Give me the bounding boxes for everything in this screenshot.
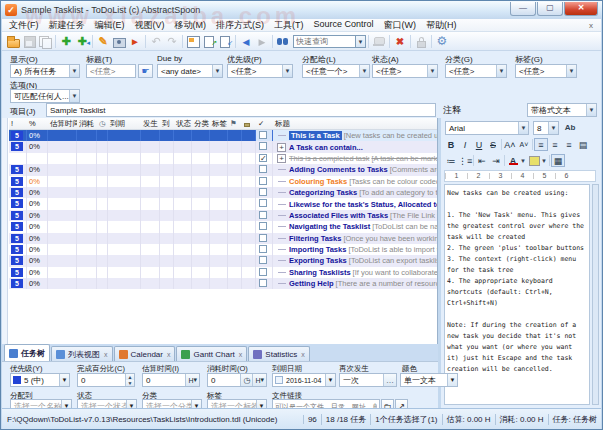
task-row[interactable]: 50%This is a Task [New tasks can be crea… xyxy=(9,130,437,141)
menu-item[interactable]: 窗口(W) xyxy=(379,19,422,32)
indent-icon[interactable]: ⇥ xyxy=(489,154,503,167)
numbered-list-icon[interactable]: ⋮≡ xyxy=(458,154,472,167)
filter-assign-combo[interactable]: <任意一个>▼ xyxy=(302,64,370,78)
undo-icon[interactable] xyxy=(148,34,164,49)
font-color-dropdown-icon[interactable]: ▼ xyxy=(520,158,527,164)
attr-color-combo2[interactable]: 单一文本 ▼ xyxy=(400,373,458,387)
attr-estimate-field[interactable]: 0 H▾ xyxy=(142,373,200,387)
font-size-combo[interactable]: 8▼ xyxy=(533,121,559,135)
column-header-lock[interactable] xyxy=(242,118,256,129)
attr-spent-field[interactable]: 0 ◷ H▾ xyxy=(207,373,267,387)
menu-item[interactable]: 视图(V) xyxy=(130,19,170,32)
tab-close-icon[interactable]: x xyxy=(104,351,108,358)
align-center-icon[interactable]: ≡ xyxy=(548,138,562,151)
quick-find-dropdown-icon[interactable]: ▼ xyxy=(355,35,366,48)
strikethrough-icon[interactable]: S xyxy=(486,138,500,151)
outdent-icon[interactable]: ⇤ xyxy=(475,154,489,167)
expand-icon[interactable] xyxy=(277,143,286,152)
font-dialog-button[interactable] xyxy=(563,121,577,134)
new-task-icon[interactable] xyxy=(58,34,74,49)
task-row[interactable]: 50%A Task can contain... xyxy=(9,141,437,152)
column-header-occur[interactable]: 发生 xyxy=(141,118,160,129)
menu-item[interactable]: 工具(T) xyxy=(269,19,309,32)
italic-icon[interactable]: I xyxy=(458,138,472,151)
menu-item[interactable]: Source Control xyxy=(309,19,379,32)
column-header-category[interactable]: 分类 xyxy=(192,118,210,129)
column-header-flag[interactable]: ⚑ xyxy=(228,118,242,129)
time-track-clock-icon[interactable]: ◷ xyxy=(240,374,252,386)
column-header-clock[interactable]: ◷ xyxy=(97,118,108,129)
align-right-icon[interactable]: ≡ xyxy=(562,138,576,151)
column-header-estimate[interactable]: 估算时间 xyxy=(48,118,77,129)
column-header-title[interactable]: 标题 xyxy=(273,118,437,129)
task-row[interactable]: 50%Categorizing Tasks [To add an categor… xyxy=(9,187,437,198)
task-row[interactable]: 50%Likewise for the task's Status, Alloc… xyxy=(9,198,437,209)
prev-task-icon[interactable] xyxy=(238,34,254,49)
task-row[interactable]: This is a completed task [A task can be … xyxy=(9,153,437,164)
comments-format-combo[interactable]: 带格式文本▼ xyxy=(527,103,597,117)
expand-icon[interactable] xyxy=(277,154,286,163)
attr-due-date[interactable]: 2016-11-04 ▼ xyxy=(272,373,336,387)
quick-find-input[interactable] xyxy=(293,35,355,48)
attr-percent-spinner[interactable]: 0 ▲▼ xyxy=(77,373,135,387)
column-header-spent[interactable]: 消耗 xyxy=(77,118,97,129)
font-name-combo[interactable]: Arial▼ xyxy=(445,121,529,135)
tab-close-icon[interactable]: x xyxy=(301,351,305,358)
tab-close-icon[interactable]: x xyxy=(239,351,243,358)
title-filter-options-button[interactable]: ☛ xyxy=(138,64,153,78)
filter-due-combo[interactable]: <any date>▼ xyxy=(157,64,223,78)
menu-item[interactable]: 编辑(E) xyxy=(90,19,130,32)
column-header-percent[interactable]: % xyxy=(27,118,48,129)
reminder-icon[interactable] xyxy=(127,34,143,49)
color-picker-icon[interactable] xyxy=(111,34,127,49)
task-row[interactable]: 50%Colouring Tasks [Tasks can be colour … xyxy=(9,176,437,187)
column-header-due[interactable]: 到期 xyxy=(108,118,141,129)
task-checkbox[interactable] xyxy=(259,222,267,230)
tab-任务树[interactable]: 任务树 xyxy=(4,344,50,361)
menu-item[interactable]: 文件(F) xyxy=(4,19,44,32)
align-justify-icon[interactable]: ▤ xyxy=(576,138,590,151)
task-checkbox[interactable] xyxy=(259,177,267,185)
close-button[interactable]: ✕ xyxy=(564,2,598,16)
task-checkbox[interactable] xyxy=(259,199,267,207)
attr-priority-combo[interactable]: 5 (中)▼ xyxy=(10,373,70,387)
recurrence-edit-button[interactable]: … xyxy=(383,374,396,386)
align-left-icon[interactable]: ≡ xyxy=(534,138,548,151)
menu-item[interactable]: 帮助(H) xyxy=(421,19,462,32)
tab-Statistics[interactable]: Statisticsx xyxy=(248,346,310,361)
filter-show-combo[interactable]: A) 所有任务▼ xyxy=(10,64,80,78)
font-color-icon[interactable]: A xyxy=(506,154,520,167)
password-lock-icon[interactable] xyxy=(413,34,429,49)
menu-item[interactable]: 移动(M) xyxy=(170,19,212,32)
grow-font-icon[interactable]: A˄ xyxy=(503,138,517,151)
comments-text[interactable]: New tasks can be created using: 1. The '… xyxy=(444,184,590,405)
estimate-unit-button[interactable]: H▾ xyxy=(185,374,199,386)
redo-icon[interactable] xyxy=(164,34,180,49)
open-tasklist-icon[interactable] xyxy=(5,34,21,49)
maximize-button[interactable]: ▢ xyxy=(537,2,563,16)
task-checkbox[interactable] xyxy=(259,142,267,150)
spent-unit-button[interactable]: H▾ xyxy=(252,374,266,386)
spin-down-icon[interactable]: ▼ xyxy=(126,380,134,386)
highlight-dropdown-icon[interactable]: ▼ xyxy=(541,158,548,164)
menu-item[interactable]: 新建任务 xyxy=(44,19,90,32)
underline-icon[interactable]: U xyxy=(472,138,486,151)
menu-item[interactable]: 排序方式(S) xyxy=(211,19,269,32)
tab-Gantt Chart[interactable]: Gantt Chartx xyxy=(176,346,247,361)
new-subtask-icon[interactable] xyxy=(74,34,90,49)
task-checkbox[interactable] xyxy=(259,131,267,139)
task-row[interactable]: 50%Getting Help [There are a number of r… xyxy=(9,278,437,289)
column-header-status[interactable]: 状态 xyxy=(174,118,192,129)
find-tasks-icon[interactable] xyxy=(275,34,291,49)
project-input[interactable] xyxy=(46,103,436,117)
task-row[interactable]: 50%Navigating the Tasklist [ToDoList can… xyxy=(9,221,437,232)
task-checkbox[interactable] xyxy=(259,211,267,219)
task-row[interactable]: 50%Adding Comments to Tasks [Comments ar… xyxy=(9,164,437,175)
task-checkbox[interactable] xyxy=(259,256,267,264)
filter-tag-combo[interactable]: <任意>▼ xyxy=(515,64,577,78)
filter-title-input[interactable] xyxy=(86,64,136,78)
column-header-tag[interactable]: 标签 xyxy=(210,118,228,129)
menubar-close-icon[interactable]: x xyxy=(583,21,599,30)
task-row[interactable]: 50%Associated Files with Tasks [The File… xyxy=(9,210,437,221)
minimize-button[interactable]: — xyxy=(510,2,536,16)
